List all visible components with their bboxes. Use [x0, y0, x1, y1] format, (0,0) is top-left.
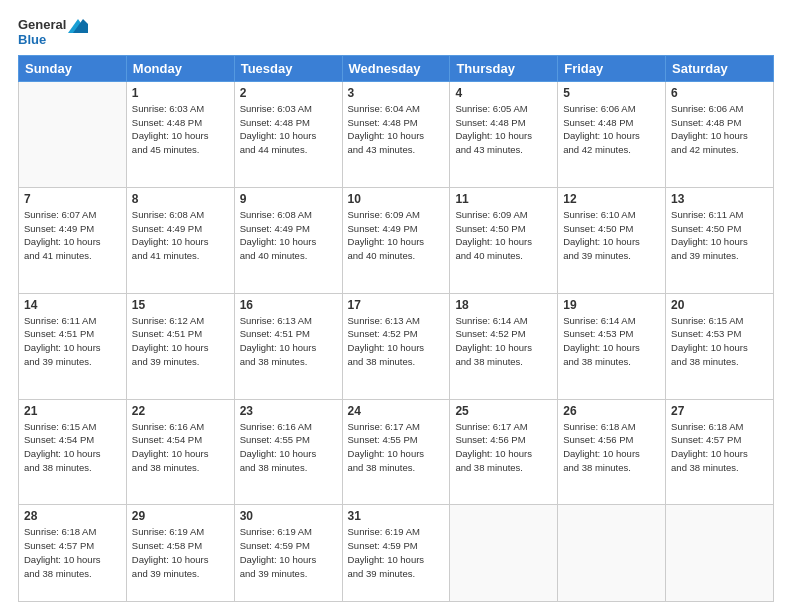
- calendar-cell: 11Sunrise: 6:09 AM Sunset: 4:50 PM Dayli…: [450, 187, 558, 293]
- calendar-cell: [666, 505, 774, 602]
- day-info: Sunrise: 6:13 AM Sunset: 4:52 PM Dayligh…: [348, 314, 445, 369]
- week-row-3: 14Sunrise: 6:11 AM Sunset: 4:51 PM Dayli…: [19, 293, 774, 399]
- week-row-5: 28Sunrise: 6:18 AM Sunset: 4:57 PM Dayli…: [19, 505, 774, 602]
- day-info: Sunrise: 6:18 AM Sunset: 4:57 PM Dayligh…: [671, 420, 768, 475]
- calendar-cell: 13Sunrise: 6:11 AM Sunset: 4:50 PM Dayli…: [666, 187, 774, 293]
- day-number: 31: [348, 509, 445, 523]
- day-info: Sunrise: 6:06 AM Sunset: 4:48 PM Dayligh…: [563, 102, 660, 157]
- weekday-header-wednesday: Wednesday: [342, 55, 450, 81]
- day-number: 18: [455, 298, 552, 312]
- day-info: Sunrise: 6:16 AM Sunset: 4:54 PM Dayligh…: [132, 420, 229, 475]
- logo-general: General: [18, 18, 88, 33]
- day-info: Sunrise: 6:08 AM Sunset: 4:49 PM Dayligh…: [240, 208, 337, 263]
- calendar-cell: 20Sunrise: 6:15 AM Sunset: 4:53 PM Dayli…: [666, 293, 774, 399]
- calendar-cell: 24Sunrise: 6:17 AM Sunset: 4:55 PM Dayli…: [342, 399, 450, 505]
- calendar-cell: 1Sunrise: 6:03 AM Sunset: 4:48 PM Daylig…: [126, 81, 234, 187]
- day-info: Sunrise: 6:17 AM Sunset: 4:56 PM Dayligh…: [455, 420, 552, 475]
- calendar-cell: 8Sunrise: 6:08 AM Sunset: 4:49 PM Daylig…: [126, 187, 234, 293]
- calendar-cell: 27Sunrise: 6:18 AM Sunset: 4:57 PM Dayli…: [666, 399, 774, 505]
- calendar-cell: 21Sunrise: 6:15 AM Sunset: 4:54 PM Dayli…: [19, 399, 127, 505]
- day-number: 24: [348, 404, 445, 418]
- day-info: Sunrise: 6:17 AM Sunset: 4:55 PM Dayligh…: [348, 420, 445, 475]
- weekday-header-saturday: Saturday: [666, 55, 774, 81]
- calendar-cell: 31Sunrise: 6:19 AM Sunset: 4:59 PM Dayli…: [342, 505, 450, 602]
- day-number: 22: [132, 404, 229, 418]
- day-info: Sunrise: 6:10 AM Sunset: 4:50 PM Dayligh…: [563, 208, 660, 263]
- day-number: 14: [24, 298, 121, 312]
- day-info: Sunrise: 6:03 AM Sunset: 4:48 PM Dayligh…: [132, 102, 229, 157]
- calendar-cell: 26Sunrise: 6:18 AM Sunset: 4:56 PM Dayli…: [558, 399, 666, 505]
- day-info: Sunrise: 6:16 AM Sunset: 4:55 PM Dayligh…: [240, 420, 337, 475]
- day-info: Sunrise: 6:12 AM Sunset: 4:51 PM Dayligh…: [132, 314, 229, 369]
- day-number: 26: [563, 404, 660, 418]
- calendar-cell: 16Sunrise: 6:13 AM Sunset: 4:51 PM Dayli…: [234, 293, 342, 399]
- calendar-cell: 2Sunrise: 6:03 AM Sunset: 4:48 PM Daylig…: [234, 81, 342, 187]
- day-number: 21: [24, 404, 121, 418]
- day-info: Sunrise: 6:08 AM Sunset: 4:49 PM Dayligh…: [132, 208, 229, 263]
- day-number: 25: [455, 404, 552, 418]
- day-number: 19: [563, 298, 660, 312]
- day-number: 16: [240, 298, 337, 312]
- day-number: 7: [24, 192, 121, 206]
- logo: General Blue: [18, 18, 88, 47]
- week-row-2: 7Sunrise: 6:07 AM Sunset: 4:49 PM Daylig…: [19, 187, 774, 293]
- day-number: 12: [563, 192, 660, 206]
- calendar-cell: 6Sunrise: 6:06 AM Sunset: 4:48 PM Daylig…: [666, 81, 774, 187]
- week-row-1: 1Sunrise: 6:03 AM Sunset: 4:48 PM Daylig…: [19, 81, 774, 187]
- page: General Blue SundayMondayTuesdayWednesda…: [0, 0, 792, 612]
- weekday-header-monday: Monday: [126, 55, 234, 81]
- weekday-header-row: SundayMondayTuesdayWednesdayThursdayFrid…: [19, 55, 774, 81]
- weekday-header-sunday: Sunday: [19, 55, 127, 81]
- calendar-cell: 14Sunrise: 6:11 AM Sunset: 4:51 PM Dayli…: [19, 293, 127, 399]
- day-number: 23: [240, 404, 337, 418]
- calendar-cell: 3Sunrise: 6:04 AM Sunset: 4:48 PM Daylig…: [342, 81, 450, 187]
- day-number: 13: [671, 192, 768, 206]
- day-info: Sunrise: 6:09 AM Sunset: 4:50 PM Dayligh…: [455, 208, 552, 263]
- day-number: 5: [563, 86, 660, 100]
- calendar-cell: 7Sunrise: 6:07 AM Sunset: 4:49 PM Daylig…: [19, 187, 127, 293]
- weekday-header-friday: Friday: [558, 55, 666, 81]
- day-number: 15: [132, 298, 229, 312]
- day-info: Sunrise: 6:11 AM Sunset: 4:51 PM Dayligh…: [24, 314, 121, 369]
- weekday-header-thursday: Thursday: [450, 55, 558, 81]
- day-info: Sunrise: 6:19 AM Sunset: 4:59 PM Dayligh…: [348, 525, 445, 580]
- logo-blue: Blue: [18, 33, 46, 47]
- header: General Blue: [18, 18, 774, 47]
- day-number: 3: [348, 86, 445, 100]
- calendar-cell: 4Sunrise: 6:05 AM Sunset: 4:48 PM Daylig…: [450, 81, 558, 187]
- day-info: Sunrise: 6:14 AM Sunset: 4:52 PM Dayligh…: [455, 314, 552, 369]
- calendar-cell: 23Sunrise: 6:16 AM Sunset: 4:55 PM Dayli…: [234, 399, 342, 505]
- calendar-cell: 18Sunrise: 6:14 AM Sunset: 4:52 PM Dayli…: [450, 293, 558, 399]
- day-info: Sunrise: 6:19 AM Sunset: 4:59 PM Dayligh…: [240, 525, 337, 580]
- day-info: Sunrise: 6:15 AM Sunset: 4:54 PM Dayligh…: [24, 420, 121, 475]
- day-info: Sunrise: 6:09 AM Sunset: 4:49 PM Dayligh…: [348, 208, 445, 263]
- calendar-cell: [450, 505, 558, 602]
- day-number: 9: [240, 192, 337, 206]
- day-number: 11: [455, 192, 552, 206]
- day-info: Sunrise: 6:18 AM Sunset: 4:57 PM Dayligh…: [24, 525, 121, 580]
- day-number: 8: [132, 192, 229, 206]
- day-info: Sunrise: 6:04 AM Sunset: 4:48 PM Dayligh…: [348, 102, 445, 157]
- day-number: 2: [240, 86, 337, 100]
- day-number: 6: [671, 86, 768, 100]
- calendar-cell: 30Sunrise: 6:19 AM Sunset: 4:59 PM Dayli…: [234, 505, 342, 602]
- day-number: 1: [132, 86, 229, 100]
- day-number: 29: [132, 509, 229, 523]
- calendar-cell: 17Sunrise: 6:13 AM Sunset: 4:52 PM Dayli…: [342, 293, 450, 399]
- day-info: Sunrise: 6:06 AM Sunset: 4:48 PM Dayligh…: [671, 102, 768, 157]
- day-number: 10: [348, 192, 445, 206]
- day-number: 20: [671, 298, 768, 312]
- weekday-header-tuesday: Tuesday: [234, 55, 342, 81]
- calendar-cell: 19Sunrise: 6:14 AM Sunset: 4:53 PM Dayli…: [558, 293, 666, 399]
- calendar-cell: 28Sunrise: 6:18 AM Sunset: 4:57 PM Dayli…: [19, 505, 127, 602]
- day-number: 27: [671, 404, 768, 418]
- day-info: Sunrise: 6:15 AM Sunset: 4:53 PM Dayligh…: [671, 314, 768, 369]
- day-info: Sunrise: 6:13 AM Sunset: 4:51 PM Dayligh…: [240, 314, 337, 369]
- day-info: Sunrise: 6:11 AM Sunset: 4:50 PM Dayligh…: [671, 208, 768, 263]
- day-number: 4: [455, 86, 552, 100]
- day-number: 30: [240, 509, 337, 523]
- calendar-cell: 5Sunrise: 6:06 AM Sunset: 4:48 PM Daylig…: [558, 81, 666, 187]
- week-row-4: 21Sunrise: 6:15 AM Sunset: 4:54 PM Dayli…: [19, 399, 774, 505]
- calendar-cell: 22Sunrise: 6:16 AM Sunset: 4:54 PM Dayli…: [126, 399, 234, 505]
- calendar-cell: [19, 81, 127, 187]
